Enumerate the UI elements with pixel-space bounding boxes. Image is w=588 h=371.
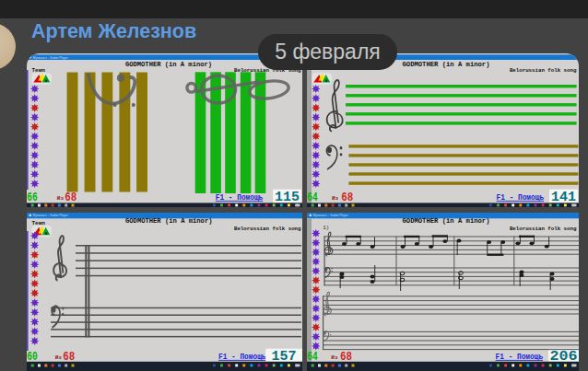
svg-text:Из: Из	[55, 354, 63, 361]
svg-text:141: 141	[551, 189, 576, 203]
svg-text:1): 1)	[323, 225, 330, 231]
svg-text:115: 115	[275, 189, 300, 203]
svg-text:GODMOTHER (in A minor): GODMOTHER (in A minor)	[125, 60, 212, 67]
svg-text:Belorussian folk song: Belorussian folk song	[510, 226, 577, 232]
svg-text:206: 206	[550, 349, 578, 364]
svg-text:68: 68	[341, 191, 353, 204]
svg-text:Из: Из	[331, 354, 338, 361]
svg-text:66: 66	[27, 191, 38, 204]
svg-text:157: 157	[272, 349, 297, 364]
svg-text:Темп: Темп	[32, 67, 46, 74]
svg-text:Из: Из	[57, 194, 65, 201]
svg-text:GODMOTHER (in A minor): GODMOTHER (in A minor)	[403, 60, 490, 67]
svg-text:Belorussian folk song: Belorussian folk song	[510, 67, 577, 74]
svg-text:Музыкант - Godot Player: Музыкант - Godot Player	[33, 55, 69, 59]
svg-text:Музыкант - Godot Player: Музыкант - Godot Player	[313, 214, 349, 217]
svg-text:Из: Из	[332, 194, 339, 201]
svg-text:GODMOTHER (in A minor): GODMOTHER (in A minor)	[403, 217, 490, 225]
svg-text:64: 64	[307, 191, 318, 204]
svg-text:Музыкант - Godot Player: Музыкант - Godot Player	[33, 214, 69, 217]
svg-text:68: 68	[65, 191, 76, 204]
svg-text:GODMOTHER (in A minor): GODMOTHER (in A minor)	[125, 217, 213, 225]
svg-text:Темп: Темп	[32, 220, 46, 226]
svg-text:Belorussian folk song: Belorussian folk song	[234, 226, 301, 232]
